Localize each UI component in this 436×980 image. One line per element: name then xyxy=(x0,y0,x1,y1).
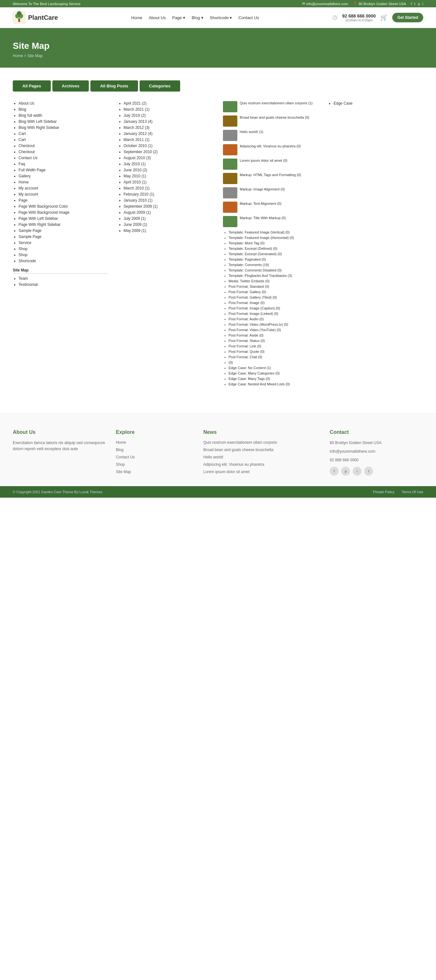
nav-home[interactable]: Home xyxy=(131,15,142,20)
list-item: Blog full width xyxy=(19,113,108,118)
blog-post-title: Quis nostrum exercitationem ullam corpor… xyxy=(240,101,313,105)
footer-about-title: About Us xyxy=(13,430,106,435)
all-pages-list: About Us Blog Blog full width Blog With … xyxy=(13,101,108,263)
list-item: Shortcode xyxy=(19,259,108,263)
facebook-link[interactable]: f xyxy=(411,2,412,6)
tab-all-pages[interactable]: All Pages xyxy=(13,80,51,92)
blog-post-item: Markup: Text Alignment (0) xyxy=(223,202,318,213)
blog-post-title: Markup: Text Alignment (0) xyxy=(240,202,282,205)
pinterest-link[interactable]: p xyxy=(418,2,420,6)
blog-post-title: Markup: Title With Markup (0) xyxy=(240,216,286,220)
twitter-link[interactable]: t xyxy=(414,2,415,6)
blog-post-item: Hello world! (1) xyxy=(223,130,318,141)
main-nav: Home About Us Page ▾ Blog ▾ Shortcode ▾ … xyxy=(131,15,259,20)
list-item: Post Format: Chat (0) xyxy=(229,355,318,359)
sitemap-grid: About Us Blog Blog full width Blog With … xyxy=(13,101,423,388)
list-item: May 2010 (1) xyxy=(124,174,213,178)
top-bar-right: ✉ info@youremailidhere.com 📍 80 Broklyn … xyxy=(302,2,423,6)
list-item: Edge Case: Nested And Mixed Lists (0) xyxy=(229,382,318,386)
blog-post-title: Broad bean and goats cheese bruschetta (… xyxy=(240,116,310,119)
nav-shortcode[interactable]: Shortcode ▾ xyxy=(210,15,232,20)
list-item: Shop xyxy=(19,247,108,251)
nav-blog[interactable]: Blog ▾ xyxy=(192,15,203,20)
list-item: Testimonial xyxy=(19,282,108,287)
tab-categories[interactable]: Categories xyxy=(140,80,180,92)
list-item: Template: Paginated (0) xyxy=(229,258,318,261)
blog-post-thumbnail xyxy=(223,116,237,127)
footer-news-item: Lorem ipsum dolor sit amet xyxy=(203,469,320,474)
footer-contact-address: 80 Broklyn Golden Street USA xyxy=(330,440,423,446)
nav-page[interactable]: Page ▾ xyxy=(172,15,185,20)
list-item: Post Format: Link (0) xyxy=(229,344,318,348)
list-item: Checkout xyxy=(19,143,108,148)
list-item: April 2010 (1) xyxy=(124,180,213,185)
list-item: Page xyxy=(19,198,108,202)
footer-pinterest-link[interactable]: p xyxy=(341,467,350,476)
footer-news-item: Adipiscing elit. Vivamus eu pharetra xyxy=(203,462,320,467)
list-item: Post Format: Aside (0) xyxy=(229,333,318,337)
privacy-policy-link[interactable]: Private Policy xyxy=(373,490,394,494)
footer-facebook-link[interactable]: f xyxy=(330,467,339,476)
get-started-button[interactable]: Get Started xyxy=(392,13,423,22)
top-bar-address: 📍 80 Broklyn Golden Street USA xyxy=(353,2,406,6)
list-item: January 2013 (4) xyxy=(124,119,213,124)
location-icon: 📍 xyxy=(353,2,358,6)
blog-post-item: Markup: Title With Markup (0) xyxy=(223,216,318,227)
list-item: Template: Excerpt (Defined) (0) xyxy=(229,247,318,250)
footer-about-text: Exercitation llamca laboris nis aliquip … xyxy=(13,440,106,452)
instagram-link[interactable]: i xyxy=(423,2,423,6)
list-item: Shop xyxy=(19,253,108,257)
tab-all-blog-posts[interactable]: All Blog Posts xyxy=(90,80,138,92)
footer-bottom: © Copyright 2021 Garden Care Theme By Lu… xyxy=(0,486,436,498)
phone-number: 92 688 666 0000 xyxy=(342,13,375,19)
tab-archives[interactable]: Archives xyxy=(53,80,89,92)
footer-contact-title: Contact xyxy=(330,430,423,435)
blog-post-thumbnail xyxy=(223,130,237,141)
terms-of-use-link[interactable]: Terms Of Use xyxy=(402,490,423,494)
footer-explore-title: Explore xyxy=(116,430,194,435)
list-item: Gallery xyxy=(19,174,108,178)
list-item: July 2009 (1) xyxy=(124,216,213,221)
list-item: July 2010 (1) xyxy=(124,162,213,166)
blog-post-item: Adipiscing elit. Vivamus eu pharetra (0) xyxy=(223,144,318,155)
footer-twitter-link[interactable]: t xyxy=(364,467,373,476)
footer-instagram-link[interactable]: i xyxy=(353,467,362,476)
list-item: Template: Comments (19) xyxy=(229,263,318,267)
list-item: Post Format: Image (Linked) (0) xyxy=(229,312,318,315)
footer-explore-list: Home Blog Contact Us Shop Site Map xyxy=(116,440,194,474)
nav-contact[interactable]: Contact Us xyxy=(238,15,259,20)
blog-post-item: Broad bean and goats cheese bruschetta (… xyxy=(223,116,318,127)
footer-news-title: News xyxy=(203,430,320,435)
footer-contact-phone: 92 888 666 0000 xyxy=(330,457,423,463)
list-item: October 2010 (1) xyxy=(124,143,213,148)
list-item: Checkout xyxy=(19,150,108,154)
top-bar-social: f t p i xyxy=(411,2,423,6)
list-item: February 2010 (1) xyxy=(124,192,213,197)
header-right: 🕐 92 688 666 0000 10:00am to 6:00pm 🛒 Ge… xyxy=(332,13,423,22)
breadcrumb-current: Site Map xyxy=(27,54,43,58)
list-item: Template: Excerpt (Generated) (0) xyxy=(229,252,318,256)
list-item: My account xyxy=(19,192,108,197)
list-item: Post Format: Video (YouTube) (0) xyxy=(229,328,318,332)
list-item: September 2009 (1) xyxy=(124,204,213,208)
list-item: Post Format: Gallery (Tiled) (0) xyxy=(229,295,318,299)
list-item: Sample Page xyxy=(19,234,108,239)
nav-about[interactable]: About Us xyxy=(149,15,166,20)
top-bar: Welcome To The Best Landscaping Service … xyxy=(0,0,436,7)
all-pages-column: About Us Blog Blog full width Blog With … xyxy=(13,101,108,288)
breadcrumb-home[interactable]: Home xyxy=(13,54,23,58)
sitemap-sub-list: Team Testimonial xyxy=(13,276,108,287)
list-item: Full Width Page xyxy=(19,168,108,172)
list-item: Template: Comments Disabled (0) xyxy=(229,268,318,272)
list-item: March 2012 (3) xyxy=(124,126,213,130)
list-item: Post Format: Video (WordPress.tv) (0) xyxy=(229,323,318,326)
list-item: Post Format: Quote (0) xyxy=(229,350,318,353)
page-title: Site Map xyxy=(13,41,423,51)
blog-post-thumbnail xyxy=(223,159,237,170)
list-item: June 2010 (2) xyxy=(124,168,213,172)
list-item: April 2021 (2) xyxy=(124,101,213,106)
list-item: August 2009 (1) xyxy=(124,210,213,215)
phone-hours: 10:00am to 6:00pm xyxy=(345,19,373,22)
main-content: All Pages Archives All Blog Posts Catego… xyxy=(0,68,436,400)
cart-icon[interactable]: 🛒 xyxy=(380,14,387,21)
